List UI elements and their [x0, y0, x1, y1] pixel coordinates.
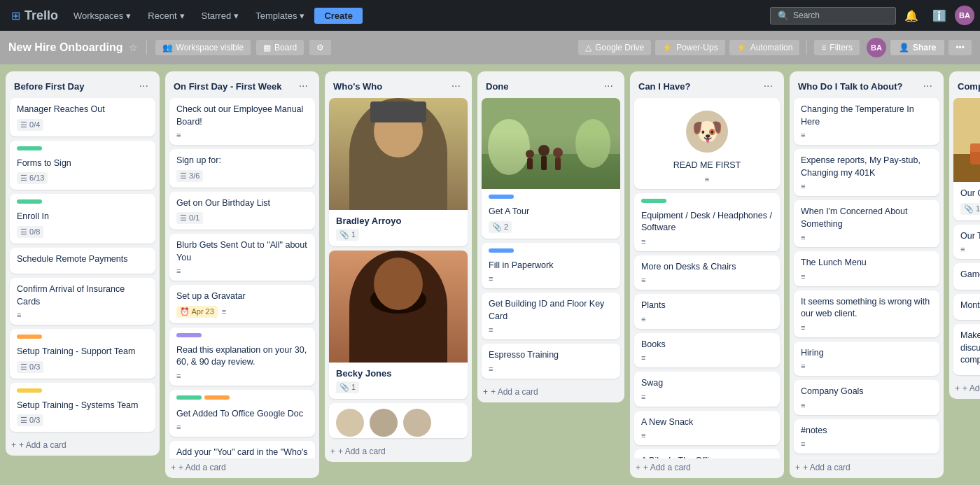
workspaces-button[interactable]: Workspaces ▾ — [66, 8, 138, 24]
notification-icon[interactable]: 🔔 — [899, 6, 924, 25]
card-lunch-menu[interactable]: The Lunch Menu ≡ — [794, 251, 939, 286]
top-nav: ⊞ Trello Workspaces ▾ Recent ▾ Starred ▾… — [0, 0, 980, 31]
card-temperature[interactable]: Changing the Temperature In Here ≡ — [794, 98, 939, 145]
column-header: On First Day - First Week ··· — [165, 71, 319, 98]
card-read-me-first[interactable]: 🐶 READ ME FIRST ≡ — [634, 98, 780, 189]
settings-button[interactable]: ⚙ — [309, 40, 331, 55]
star-icon[interactable]: ☆ — [129, 42, 138, 53]
add-card-footer[interactable]: + + Add a card — [949, 379, 980, 399]
plus-icon: + — [171, 463, 176, 472]
office-scene — [953, 98, 980, 182]
card-espresso-training[interactable]: Espresso Training ≡ — [482, 344, 620, 379]
card-30-60-90-review[interactable]: Read this explanation on your 30, 60, & … — [169, 328, 315, 386]
card-expense-reports[interactable]: Expense reports, My Pay-stub, Changing m… — [794, 149, 939, 196]
chevron-down-icon: ▾ — [180, 10, 185, 21]
card-plants[interactable]: Plants ≡ — [634, 294, 780, 329]
card-our-town-halls[interactable]: Our Town Halls ≡ — [953, 225, 980, 260]
add-card-footer[interactable]: + + Add a card — [165, 458, 319, 478]
card-setup-training-systems[interactable]: Setup Training - Systems Team ☰ 0/3 — [10, 383, 155, 433]
automation-button[interactable]: ⚡ Automation — [729, 40, 800, 55]
templates-button[interactable]: Templates ▾ — [248, 8, 312, 24]
info-icon[interactable]: ℹ️ — [927, 6, 952, 25]
add-card-footer[interactable]: + + Add a card — [6, 436, 160, 456]
card-confirm-insurance-cards[interactable]: Confirm Arrival of Insurance Cards ≡ — [10, 278, 155, 325]
filters-button[interactable]: ≡ Filters — [814, 40, 860, 55]
card-birthday-list[interactable]: Get on Our Birthday List ☰ 0/1 — [169, 192, 315, 230]
column-menu-icon[interactable]: ··· — [920, 78, 935, 94]
card-new-snack[interactable]: A New Snack ≡ — [634, 411, 780, 446]
search-bar[interactable]: 🔍 Search — [770, 7, 896, 24]
card-equipment[interactable]: Equipment / Desk / Headphones / Software… — [634, 193, 780, 251]
column-menu-icon[interactable]: ··· — [296, 78, 311, 94]
add-card-footer[interactable]: + + Add a card — [325, 442, 472, 462]
card-fill-paperwork[interactable]: Fill in Paperwork ≡ — [482, 243, 620, 289]
description-icon: ≡ — [801, 362, 805, 370]
nav-logo[interactable]: ⊞ Trello — [6, 8, 64, 23]
card-get-a-tour[interactable]: Get A Tour 📎 2 — [482, 98, 620, 239]
card-sign-up-for[interactable]: Sign up for: ☰ 3/6 — [169, 149, 315, 188]
card-building-id[interactable]: Get Building ID and Floor Key Card ≡ — [482, 293, 620, 339]
plus-icon: + — [795, 463, 800, 472]
visibility-button[interactable]: 👥 Workspace visible — [155, 40, 251, 55]
card-bike-in-office[interactable]: A Bike In The Office ≡ — [634, 449, 780, 458]
chevron-down-icon: ▾ — [300, 10, 304, 21]
card-set-up-gravatar[interactable]: Set up a Gravatar ⏰ Apr 23 ≡ — [169, 285, 315, 323]
card-concerned-about-something[interactable]: When I'm Concerned About Something ≡ — [794, 200, 939, 247]
recent-button[interactable]: Recent ▾ — [141, 8, 191, 24]
column-menu-icon[interactable]: ··· — [761, 78, 776, 94]
board-user-avatar[interactable]: BA — [867, 38, 886, 57]
description-icon: ≡ — [176, 131, 181, 139]
add-card-footer[interactable]: + + Add a card — [630, 458, 784, 478]
board-view-button[interactable]: ▦ Board — [256, 40, 304, 55]
plus-icon: + — [636, 463, 640, 472]
share-button[interactable]: 👤 Share — [890, 40, 944, 55]
card-more-desks[interactable]: More on Desks & Chairs ≡ — [634, 255, 780, 290]
card-make-more-cards[interactable]: Make more cards on this li... discuss di… — [953, 324, 980, 375]
card-forms-to-sign[interactable]: Forms to Sign ☰ 6/13 — [10, 141, 155, 190]
description-icon: ≡ — [176, 423, 181, 431]
card-books[interactable]: Books ≡ — [634, 333, 780, 368]
google-drive-button[interactable]: △ Google Drive — [578, 40, 651, 55]
column-menu-icon[interactable]: ··· — [601, 78, 616, 94]
header-divider — [146, 41, 147, 55]
power-ups-button[interactable]: ⚡ Power-Ups — [655, 40, 724, 55]
card-schedule-remote-payments[interactable]: Schedule Remote Payments — [10, 248, 155, 274]
due-date-badge: ⏰ Apr 23 — [176, 306, 218, 318]
create-button[interactable]: Create — [314, 8, 362, 24]
column-cards: Our Office 📎 1 Our Town Halls ≡ Game Nig… — [949, 98, 980, 379]
card-add-you-card[interactable]: Add your "You" card in the "Who's Who" l… — [169, 441, 315, 458]
card-partial[interactable] — [329, 403, 468, 438]
add-card-footer[interactable]: + + Add a card — [477, 383, 624, 402]
checklist-badge: ☰ 0/3 — [17, 361, 43, 373]
starred-button[interactable]: Starred ▾ — [195, 8, 246, 24]
column-header: Before First Day ··· — [6, 71, 160, 98]
card-game-night[interactable]: Game Night Every Thursd... — [953, 263, 980, 290]
column-whos-who: Who's Who ··· Bradley Arroyo 📎 1 — [325, 71, 472, 462]
plus-icon: + — [483, 387, 488, 397]
card-employee-manual[interactable]: Check out our Employee Manual Board! ≡ — [169, 98, 315, 145]
card-notes[interactable]: #notes ≡ — [794, 419, 939, 454]
add-card-footer[interactable]: + + Add a card — [790, 458, 944, 478]
column-menu-icon[interactable]: ··· — [136, 78, 151, 94]
column-menu-icon[interactable]: ··· — [449, 78, 463, 94]
card-manager-reaches-out[interactable]: Manager Reaches Out ☰ 0/4 — [10, 98, 155, 136]
card-conferences[interactable]: Conferences ≡ — [794, 458, 939, 458]
card-hiring[interactable]: Hiring ≡ — [794, 342, 939, 377]
card-setup-training-support[interactable]: Setup Training - Support Team ☰ 0/3 — [10, 329, 155, 379]
description-icon: ≡ — [17, 311, 21, 319]
card-swag[interactable]: Swag ≡ — [634, 372, 780, 407]
card-office-google-doc[interactable]: Get Added To Office Google Doc ≡ — [169, 390, 315, 437]
card-blurb-sent-out[interactable]: Blurb Gets Sent Out to "All" about You ≡ — [169, 234, 315, 281]
card-becky-jones[interactable]: Becky Jones 📎 1 — [329, 251, 468, 399]
column-cards: Check out our Employee Manual Board! ≡ S… — [165, 98, 319, 458]
column-can-i-have: Can I Have? ··· 🐶 READ ME FIRST ≡ Equipm… — [630, 71, 784, 478]
card-enroll-in[interactable]: Enroll In ☰ 0/8 — [10, 194, 155, 244]
tour-cover-image — [482, 98, 620, 189]
card-company-goals[interactable]: Company Goals ≡ — [794, 380, 939, 415]
card-bradley-arroyo[interactable]: Bradley Arroyo 📎 1 — [329, 98, 468, 246]
card-our-office[interactable]: Our Office 📎 1 — [953, 98, 980, 220]
user-avatar[interactable]: BA — [955, 6, 974, 25]
card-monthly-happy-hours[interactable]: Monthly Happy Hours! — [953, 294, 980, 321]
card-web-client-issue[interactable]: It seems something is wrong with our web… — [794, 290, 939, 337]
more-button[interactable]: ••• — [948, 40, 972, 55]
